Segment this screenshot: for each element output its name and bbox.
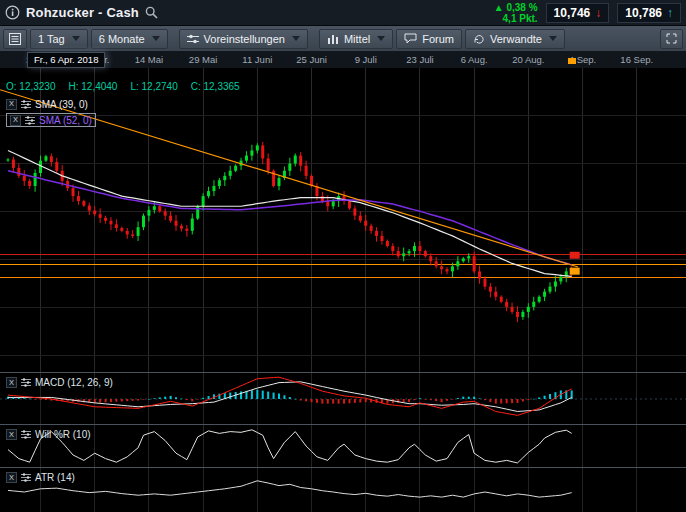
- macd-histogram: [7, 390, 573, 404]
- expand-icon: [666, 33, 677, 44]
- macd-label: MACD (12, 26, 9): [35, 377, 113, 388]
- macd-close-button[interactable]: X: [6, 377, 17, 388]
- related-circular-icon: [473, 33, 485, 44]
- date-tick: 14 Mai: [135, 54, 164, 65]
- style-dropdown[interactable]: Mittel: [319, 29, 393, 49]
- macd-panel: X MACD (12, 26, 9): [0, 372, 686, 424]
- speech-bubble-icon: [404, 33, 417, 44]
- date-tick: 9 Juli: [355, 54, 377, 65]
- sma-slow-label: SMA (52, 0): [39, 115, 92, 126]
- change-percent: 0,38 %: [506, 2, 537, 13]
- timeline[interactable]: Fr., 6 Apr. 2018 16 Apr.30 Apr.14 Mai29 …: [0, 52, 686, 68]
- open-value: O: 12,3230: [6, 81, 56, 92]
- range-dropdown[interactable]: 6 Monate: [91, 29, 168, 49]
- style-label: Mittel: [344, 33, 370, 45]
- willr-label: Will %R (10): [35, 429, 91, 440]
- willr-header: X Will %R (10): [6, 429, 91, 440]
- price-marker: [570, 252, 580, 259]
- presets-label: Voreinstellungen: [204, 33, 285, 45]
- buy-price: 10,786: [625, 6, 662, 20]
- info-icon[interactable]: [5, 5, 20, 20]
- date-tick: 16 Sep.: [620, 54, 653, 65]
- trading-app: Rohzucker - Cash ▲ 0,38 % 4,1 Pkt. 10,74…: [0, 0, 686, 512]
- date-tick: 25 Juni: [296, 54, 327, 65]
- atr-panel: X ATR (14): [0, 467, 686, 512]
- forum-button[interactable]: Forum: [396, 29, 462, 49]
- willr-line: [8, 430, 572, 463]
- instrument-title: Rohzucker - Cash: [26, 5, 139, 20]
- atr-settings-icon[interactable]: [21, 473, 31, 482]
- chart-list-button[interactable]: [3, 29, 27, 49]
- atr-header: X ATR (14): [6, 472, 75, 483]
- sell-price-button[interactable]: 10,746 ↓: [546, 3, 610, 23]
- date-tick: 20 Aug.: [512, 54, 544, 65]
- macd-header: X MACD (12, 26, 9): [6, 377, 113, 388]
- bar-style-icon: [327, 34, 339, 44]
- date-tick: 23 Juli: [406, 54, 433, 65]
- sma-slow-close-button[interactable]: X: [10, 115, 21, 126]
- range-label: 6 Monate: [99, 33, 145, 45]
- sma-fast-label: SMA (39, 0): [35, 99, 88, 110]
- low-value: L: 12,2740: [130, 81, 177, 92]
- atr-chart-canvas[interactable]: [0, 468, 686, 512]
- price-marker: [570, 268, 580, 275]
- change-up-triangle-icon: ▲: [494, 2, 504, 13]
- sma-fast-legend[interactable]: X SMA (39, 0): [6, 97, 88, 111]
- high-value: H: 12,4040: [69, 81, 118, 92]
- main-chart: O: 12,3230 H: 12,4040 L: 12,2740 C: 12,3…: [0, 68, 686, 372]
- sliders-icon: [187, 34, 199, 44]
- sma-slow-settings-icon[interactable]: [25, 116, 35, 125]
- presets-dropdown[interactable]: Voreinstellungen: [179, 29, 308, 49]
- current-date-marker: [568, 58, 576, 64]
- change-block: ▲ 0,38 % 4,1 Pkt.: [494, 2, 538, 24]
- chart-toolbar: 1 Tag 6 Monate Voreinstellungen Mittel F…: [0, 26, 686, 52]
- expand-view-button[interactable]: [660, 29, 683, 49]
- willr-close-button[interactable]: X: [6, 429, 17, 440]
- sma-fast-close-button[interactable]: X: [6, 99, 17, 110]
- willr-chart-canvas[interactable]: [0, 425, 686, 467]
- candles-layer: [7, 142, 574, 322]
- willr-panel: X Will %R (10): [0, 424, 686, 467]
- date-tick: 6 Aug.: [461, 54, 488, 65]
- list-icon: [9, 33, 21, 45]
- search-icon[interactable]: [145, 6, 158, 19]
- related-dropdown[interactable]: Verwandte: [465, 29, 565, 49]
- sma-slow-legend[interactable]: X SMA (52, 0): [6, 113, 96, 127]
- date-tick: 29 Mai: [189, 54, 218, 65]
- sell-down-arrow-icon: ↓: [595, 6, 601, 20]
- atr-close-button[interactable]: X: [6, 472, 17, 483]
- chevron-down-icon: [549, 36, 557, 41]
- timeframe-dropdown[interactable]: 1 Tag: [30, 29, 88, 49]
- sma-fast-settings-icon[interactable]: [21, 100, 31, 109]
- chart-legend: O: 12,3230 H: 12,4040 L: 12,2740 C: 12,3…: [6, 81, 240, 129]
- macd-settings-icon[interactable]: [21, 378, 31, 387]
- chevron-down-icon: [152, 36, 160, 41]
- chevron-down-icon: [292, 36, 300, 41]
- related-label: Verwandte: [490, 33, 542, 45]
- ohlc-legend: O: 12,3230 H: 12,4040 L: 12,2740 C: 12,3…: [6, 81, 240, 92]
- chevron-down-icon: [72, 36, 80, 41]
- willr-settings-icon[interactable]: [21, 430, 31, 439]
- buy-price-button[interactable]: 10,786 ↑: [617, 3, 681, 23]
- timeframe-label: 1 Tag: [38, 33, 65, 45]
- sma52-line: [8, 171, 572, 265]
- buy-up-arrow-icon: ↑: [667, 6, 673, 20]
- chevron-down-icon: [377, 36, 385, 41]
- date-tooltip: Fr., 6 Apr. 2018: [27, 52, 105, 68]
- forum-label: Forum: [422, 33, 454, 45]
- date-tick: 11 Juni: [242, 54, 272, 65]
- atr-line: [8, 481, 572, 497]
- atr-label: ATR (14): [35, 472, 75, 483]
- change-points: 4,1 Pkt.: [494, 13, 538, 24]
- sell-price: 10,746: [554, 6, 591, 20]
- instrument-header: Rohzucker - Cash ▲ 0,38 % 4,1 Pkt. 10,74…: [0, 0, 686, 26]
- close-value: C: 12,3365: [191, 81, 240, 92]
